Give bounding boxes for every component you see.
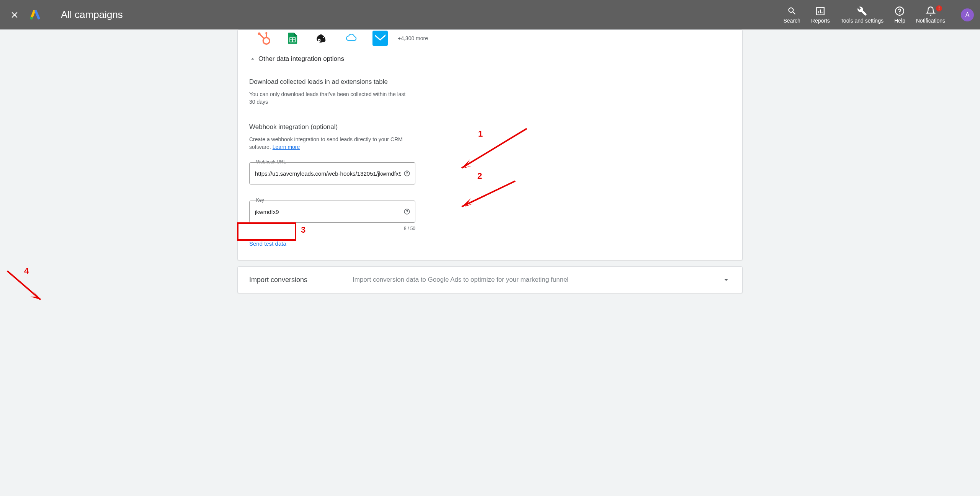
topbar: All campaigns Search Reports Tools and s… xyxy=(0,0,980,29)
help-icon[interactable] xyxy=(403,208,410,215)
download-section-desc: You can only download leads that've been… xyxy=(249,90,410,106)
annotation-arrow-2 xyxy=(454,179,519,210)
svg-point-20 xyxy=(407,175,407,175)
topbar-notifications-label: Notifications xyxy=(916,18,945,24)
svg-marker-24 xyxy=(462,159,472,168)
other-options-label: Other data integration options xyxy=(258,55,344,63)
lead-form-card: +4,300 more Other data integration optio… xyxy=(237,29,743,260)
svg-line-9 xyxy=(260,34,265,39)
svg-line-25 xyxy=(462,181,515,207)
other-options-toggle[interactable]: Other data integration options xyxy=(249,55,731,63)
sheets-icon[interactable] xyxy=(285,31,301,46)
import-conversions-card[interactable]: Import conversions Import conversion dat… xyxy=(237,266,743,293)
svg-point-0 xyxy=(30,16,33,19)
svg-point-11 xyxy=(265,32,267,34)
integration-row: +4,300 more xyxy=(249,30,731,46)
topbar-reports[interactable]: Reports xyxy=(806,6,835,24)
annotation-number-1: 1 xyxy=(478,129,483,139)
hubspot-icon[interactable] xyxy=(256,31,271,46)
import-conversions-desc: Import conversion data to Google Ads to … xyxy=(353,276,722,284)
divider xyxy=(50,5,50,25)
svg-point-18 xyxy=(318,40,320,41)
annotation-box-3 xyxy=(237,222,296,241)
annotation-number-4: 4 xyxy=(24,266,29,276)
topbar-help[interactable]: Help xyxy=(889,6,911,24)
import-conversions-title: Import conversions xyxy=(249,276,353,284)
search-icon xyxy=(787,6,797,16)
close-button[interactable] xyxy=(6,7,23,23)
svg-line-23 xyxy=(462,129,527,168)
download-section-title: Download collected leads in ad extension… xyxy=(249,78,731,86)
webhook-url-input[interactable] xyxy=(255,170,410,177)
bell-icon xyxy=(926,6,936,16)
content-area: +4,300 more Other data integration optio… xyxy=(0,29,980,300)
key-input[interactable] xyxy=(255,209,410,215)
avatar[interactable]: A xyxy=(961,8,974,21)
webhook-url-field[interactable] xyxy=(249,162,415,184)
campaign-monitor-icon[interactable] xyxy=(372,31,388,46)
key-field[interactable] xyxy=(249,201,415,223)
divider xyxy=(953,5,953,25)
svg-point-16 xyxy=(325,37,326,38)
topbar-notifications[interactable]: ! Notifications xyxy=(911,6,951,24)
google-ads-logo-icon xyxy=(30,10,41,20)
chevron-down-icon xyxy=(722,275,731,284)
topbar-help-label: Help xyxy=(894,18,905,24)
topbar-tools-label: Tools and settings xyxy=(841,18,884,24)
annotation-arrow-1 xyxy=(454,127,531,171)
topbar-reports-label: Reports xyxy=(811,18,830,24)
webhook-section-desc: Create a webhook integration to send lea… xyxy=(249,135,410,151)
page-title: All campaigns xyxy=(61,9,123,21)
topbar-search-label: Search xyxy=(783,18,800,24)
close-icon xyxy=(10,10,20,20)
annotation-number-2: 2 xyxy=(477,171,482,181)
more-integrations-label[interactable]: +4,300 more xyxy=(398,35,428,41)
chevron-up-icon xyxy=(249,55,256,62)
topbar-search[interactable]: Search xyxy=(778,6,805,24)
annotation-number-3: 3 xyxy=(301,225,305,235)
wrench-icon xyxy=(857,6,867,16)
cloud-icon[interactable] xyxy=(343,31,359,46)
svg-point-6 xyxy=(899,13,900,13)
notification-badge: ! xyxy=(936,5,942,11)
help-icon[interactable] xyxy=(403,170,410,177)
learn-more-link[interactable]: Learn more xyxy=(273,144,300,150)
mailchimp-icon[interactable] xyxy=(314,31,330,46)
svg-point-15 xyxy=(323,37,324,38)
topbar-tools-settings[interactable]: Tools and settings xyxy=(835,6,889,24)
help-icon xyxy=(895,6,905,16)
svg-point-22 xyxy=(407,213,407,214)
reports-icon xyxy=(815,6,825,16)
